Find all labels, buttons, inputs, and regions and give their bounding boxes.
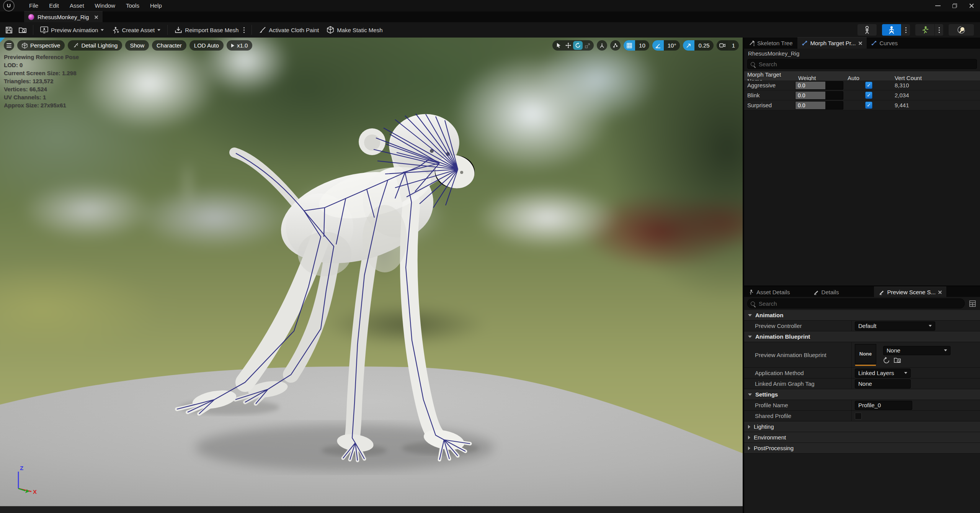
scale-snap-icon [683,40,694,51]
close-button[interactable] [963,0,980,11]
timeline-collapsed-bar[interactable] [0,506,743,513]
create-asset-button[interactable]: Create Asset [108,24,164,36]
tab-preview-scene-settings[interactable]: Preview Scene S... [874,287,946,297]
rotate-tool-button[interactable] [573,41,583,50]
search-icon [751,62,755,66]
linked-tag-field[interactable]: None [855,379,911,388]
morph-row-blink[interactable]: Blink 0.0 ✓ 2,034 [744,90,980,100]
browse-to-asset-button[interactable] [16,24,30,36]
tab-close-icon[interactable] [859,41,862,45]
morph-search-box[interactable] [747,59,977,69]
weight-spinbox[interactable]: 0.0 [795,91,843,100]
reimport-base-mesh-button[interactable]: Reimport Base Mesh [171,24,248,36]
details-search-box[interactable] [747,298,965,308]
category-animation[interactable]: Animation [744,310,980,321]
tab-details[interactable]: Details [808,287,844,297]
animation-options-button[interactable] [934,24,943,36]
3d-viewport[interactable]: Perspective Detail Lighting Show Charact… [0,38,743,506]
select-tool-button[interactable] [554,40,564,51]
minimize-button[interactable] [929,0,946,11]
weight-spinbox[interactable]: 0.0 [795,101,843,110]
coordinate-space-button[interactable] [597,40,607,51]
caret-down-icon [748,336,752,338]
move-tool-button[interactable] [564,40,573,51]
playback-speed-label: x1.0 [237,42,248,49]
preview-controller-dropdown[interactable]: Default [855,321,935,331]
mesh-sockets-button[interactable] [610,40,621,51]
physics-editor-button[interactable] [949,24,974,36]
physics-icon [957,25,966,34]
col-auto[interactable]: Auto [844,75,892,81]
category-animation-blueprint[interactable]: Animation Blueprint [744,331,980,342]
pab-dropdown[interactable]: None [883,346,951,355]
skeletal-mesh-options-button[interactable] [901,24,910,36]
menu-window[interactable]: Window [90,0,121,11]
make-static-mesh-button[interactable]: Make Static Mesh [323,24,386,36]
viewport-options-button[interactable] [4,40,14,51]
weight-spinbox[interactable]: 0.0 [795,81,843,90]
save-button[interactable] [2,24,16,36]
rotation-snap-control[interactable]: 10° [652,40,680,51]
tab-asset-details[interactable]: Asset Details [744,287,795,297]
restore-button[interactable] [946,0,963,11]
skeletal-mesh-asset-icon [28,14,34,20]
tab-skeleton-tree[interactable]: Skeleton Tree [744,38,797,49]
tab-curves[interactable]: Curves [867,38,903,49]
menu-edit[interactable]: Edit [44,0,64,11]
col-weight[interactable]: Weight [795,75,844,81]
shared-profile-checkbox[interactable] [855,413,862,420]
camera-speed-control[interactable]: 1 [717,40,739,51]
activate-cloth-paint-button[interactable]: Activate Cloth Paint [255,24,323,36]
toolbar-separator [252,25,252,35]
menu-file[interactable]: File [24,0,44,11]
create-asset-icon [111,26,119,34]
doc-tab-rhesusmonkey-rig[interactable]: RhesusMonkey_Rig [24,11,103,22]
category-settings[interactable]: Settings [744,389,980,400]
application-method-dropdown[interactable]: Linked Layers [855,369,911,378]
grid-snap-control[interactable]: 10 [624,40,649,51]
preview-animation-label: Preview Animation [51,27,98,33]
tab-morph-target-preview[interactable]: Morph Target Pr... [797,37,867,49]
lod-menu-button[interactable]: LOD Auto [189,40,224,51]
profile-name-field[interactable]: Profile_0 [855,401,912,410]
browse-asset-icon[interactable] [894,357,901,364]
morph-row-aggressive[interactable]: Aggressive 0.0 ✓ 8,310 [744,80,980,90]
category-environment[interactable]: Environment [744,432,980,443]
auto-checkbox[interactable]: ✓ [865,92,872,99]
auto-checkbox[interactable]: ✓ [865,102,872,109]
pab-thumbnail[interactable]: None [855,344,876,366]
skeleton-editor-button[interactable] [858,24,877,36]
auto-checkbox[interactable]: ✓ [865,82,872,89]
menu-tools[interactable]: Tools [121,0,145,11]
category-lighting[interactable]: Lighting [744,421,980,432]
tab-close-icon[interactable] [938,290,942,294]
menu-help[interactable]: Help [145,0,167,11]
use-selected-asset-icon[interactable] [883,357,890,364]
character-menu-button[interactable]: Character [152,40,186,51]
details-search-input[interactable] [758,300,961,307]
details-view-options-button[interactable] [968,300,977,307]
scale-tool-button[interactable] [583,40,592,51]
morph-search-input[interactable] [758,61,973,68]
col-vert-count[interactable]: Vert Count [892,75,980,81]
menu-asset[interactable]: Asset [64,0,90,11]
morph-row-surprised[interactable]: Surprised 0.0 ✓ 9,441 [744,100,980,110]
preview-animation-button[interactable]: Preview Animation [36,24,108,36]
skeletal-mesh-editor-button[interactable] [882,24,901,36]
playback-speed-button[interactable]: x1.0 [227,40,252,51]
viewport-transform-toolbar: 10 10° 0.25 [552,40,739,51]
prop-preview-animation-blueprint: Preview Animation Blueprint None None [744,342,980,368]
category-postprocessing[interactable]: PostProcessing [744,443,980,454]
vert-count: 9,441 [892,102,980,108]
perspective-button[interactable]: Perspective [17,40,65,51]
view-mode-button[interactable]: Detail Lighting [68,40,122,51]
scale-snap-value: 0.25 [694,42,713,49]
show-menu-button[interactable]: Show [125,40,149,51]
prop-profile-name: Profile Name Profile_0 [744,400,980,411]
profile-name-label: Profile Name [744,400,852,410]
doc-tab-close-icon[interactable] [95,15,98,19]
animation-editor-button[interactable] [915,24,934,36]
reimport-options-icon[interactable] [243,30,245,31]
stat-preview-pose: Previewing Reference Pose [4,53,79,61]
scale-snap-control[interactable]: 0.25 [683,40,713,51]
